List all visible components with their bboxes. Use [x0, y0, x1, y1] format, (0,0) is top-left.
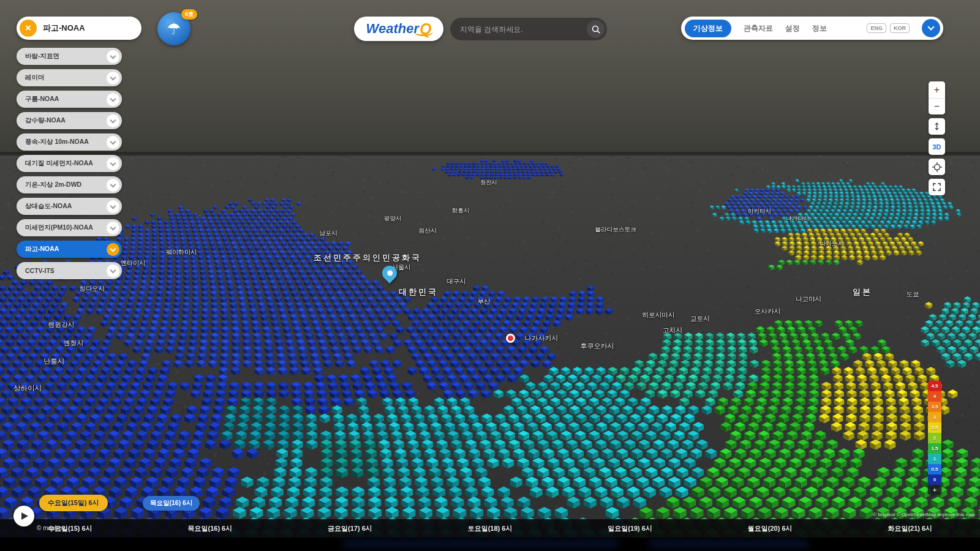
legend-cell: 1.5	[928, 443, 941, 454]
chevron-down-icon	[107, 157, 119, 170]
timeline-tick-5[interactable]: 일요일(19) 6시	[560, 519, 700, 538]
map-3d-view[interactable]	[0, 0, 980, 551]
bottom-strip	[0, 538, 980, 551]
location-pin[interactable]	[382, 266, 397, 287]
weatherq-app: 청진시함흥시원산시평양시남포시블라디보스토크웨이하이시옌타이시칭다오시롄윈강시옌…	[0, 0, 980, 551]
logo-text-q: Q	[420, 20, 431, 38]
nav-tab-2[interactable]: 관측자료	[744, 23, 773, 34]
legend-cell: 0	[928, 474, 941, 485]
layer-item-7[interactable]: 기온-지상 2m-DWD	[17, 176, 122, 193]
layer-item-6[interactable]: 대기질 미세먼지-NOAA	[17, 155, 122, 172]
umbrella-icon: ☂	[167, 20, 181, 39]
layer-item-3[interactable]: 구름-NOAA	[17, 91, 122, 108]
layer-item-label: CCTV-ITS	[25, 267, 55, 274]
zoom-controls: + −	[929, 81, 945, 114]
layer-item-10[interactable]: 파고-NOAA	[17, 241, 122, 258]
timeline-tick-6[interactable]: 월요일(20) 6시	[700, 519, 840, 538]
chevron-down-icon	[107, 72, 119, 84]
zoom-out-button[interactable]: −	[929, 98, 945, 114]
logo-text-weather: Weather	[366, 21, 419, 37]
chevron-down-icon	[107, 264, 119, 277]
play-icon	[21, 512, 28, 520]
timeline-tick-7[interactable]: 화요일(21) 6시	[840, 519, 980, 538]
chevron-down-icon	[927, 23, 934, 30]
wave-height-legend: 4.543.532.521.510.50 +	[928, 381, 941, 495]
legend-cell: 3	[928, 412, 941, 422]
timeline-tick-2[interactable]: 목요일(16) 6시	[140, 519, 281, 538]
play-button[interactable]	[13, 506, 34, 527]
layer-item-label: 구름-NOAA	[25, 95, 59, 103]
legend-cell: 4.5	[928, 381, 941, 391]
pin-icon	[379, 263, 400, 283]
red-dot-marker	[506, 334, 515, 343]
tilt-icon	[933, 122, 941, 130]
selected-layer-header: × 파고-NOAA	[17, 17, 141, 40]
mapbox-attribution[interactable]: © mapbox	[37, 525, 65, 531]
nav-tab-1[interactable]: 기상정보	[685, 20, 731, 37]
lang-buttons: ENGKOR	[867, 23, 910, 33]
nav-tab-4[interactable]: 정보	[812, 23, 827, 34]
lang-button-eng[interactable]: ENG	[867, 23, 886, 33]
close-icon[interactable]: ×	[20, 20, 37, 37]
layer-item-label: 파고-NOAA	[25, 245, 59, 253]
layer-item-2[interactable]: 레이더	[17, 69, 122, 86]
nav-tab-3[interactable]: 설정	[785, 23, 800, 34]
current-time-pill[interactable]: 수요일(15일) 6시	[39, 495, 108, 511]
layer-item-label: 상대습도-NOAA	[25, 202, 72, 211]
chevron-down-icon	[107, 114, 119, 127]
layer-item-1[interactable]: 바람-지표면	[17, 48, 122, 65]
legend-cell: 2	[928, 433, 941, 443]
layer-item-label: 풍속-지상 10m-NOAA	[25, 138, 89, 146]
nav-collapse-button[interactable]	[922, 19, 940, 37]
layer-item-8[interactable]: 상대습도-NOAA	[17, 198, 122, 215]
search-bar	[450, 18, 607, 40]
chevron-down-icon	[107, 243, 119, 256]
fullscreen-icon	[933, 183, 941, 191]
fullscreen-button[interactable]	[929, 179, 945, 195]
layer-item-11[interactable]: CCTV-ITS	[17, 262, 122, 279]
search-input[interactable]	[460, 25, 587, 34]
layer-item-5[interactable]: 풍속-지상 10m-NOAA	[17, 133, 122, 151]
strip-glow	[343, 540, 619, 547]
layer-item-4[interactable]: 강수량-NOAA	[17, 112, 122, 129]
chevron-down-icon	[107, 179, 119, 192]
lang-button-kor[interactable]: KOR	[890, 23, 910, 33]
layer-item-9[interactable]: 미세먼지(PM10)-NOAA	[17, 219, 122, 236]
legend-cell: 0.5	[928, 464, 941, 474]
layer-list: 바람-지표면레이더구름-NOAA강수량-NOAA풍속-지상 10m-NOAA대기…	[17, 48, 122, 279]
layer-item-label: 강수량-NOAA	[25, 116, 66, 125]
nav-tabs: 기상정보관측자료설정정보	[685, 20, 827, 37]
layer-item-label: 바람-지표면	[25, 52, 59, 61]
layer-item-label: 기온-지상 2m-DWD	[25, 181, 81, 189]
chevron-down-icon	[107, 136, 119, 149]
app-logo: WeatherQ	[354, 17, 443, 41]
target-icon	[932, 162, 942, 172]
search-button[interactable]	[587, 20, 605, 38]
timeline-bar: 수요일(15) 6시목요일(16) 6시금요일(17) 6시토요일(18) 6시…	[0, 519, 980, 538]
chevron-down-icon	[107, 50, 119, 63]
timeline-ticks: 수요일(15) 6시목요일(16) 6시금요일(17) 6시토요일(18) 6시…	[0, 519, 980, 538]
map-controls: + − 3D	[929, 81, 945, 195]
legend-cell: 4	[928, 391, 941, 402]
top-nav: 기상정보관측자료설정정보 ENGKOR	[681, 17, 943, 40]
legend-scale: 4.543.532.521.510.50	[928, 381, 941, 485]
legend-cell: 3.5	[928, 402, 941, 412]
layer-item-label: 대기질 미세먼지-NOAA	[25, 159, 93, 168]
legend-expand-button[interactable]: +	[928, 485, 941, 495]
chevron-down-icon	[107, 200, 119, 213]
chevron-down-icon	[107, 222, 119, 234]
tilt-button[interactable]	[929, 118, 945, 135]
chevron-down-icon	[107, 93, 119, 106]
legend-cell: 1	[928, 454, 941, 464]
legend-cell: 2.5	[928, 422, 941, 433]
zoom-in-button[interactable]: +	[929, 81, 945, 98]
layer-item-label: 레이더	[25, 73, 45, 82]
osm-attribution[interactable]: © Mapbox © OpenStreetMap Improve this ma…	[873, 512, 975, 517]
mode-3d-button[interactable]: 3D	[929, 138, 945, 155]
timeline-tick-4[interactable]: 토요일(18) 6시	[420, 519, 560, 538]
geolocate-button[interactable]	[929, 159, 945, 175]
selected-layer-label: 파고-NOAA	[43, 23, 85, 34]
alert-badge: 6호	[181, 9, 197, 20]
timeline-tick-3[interactable]: 금요일(17) 6시	[280, 519, 420, 538]
selected-time-pill[interactable]: 목요일(16) 6시	[143, 496, 200, 511]
